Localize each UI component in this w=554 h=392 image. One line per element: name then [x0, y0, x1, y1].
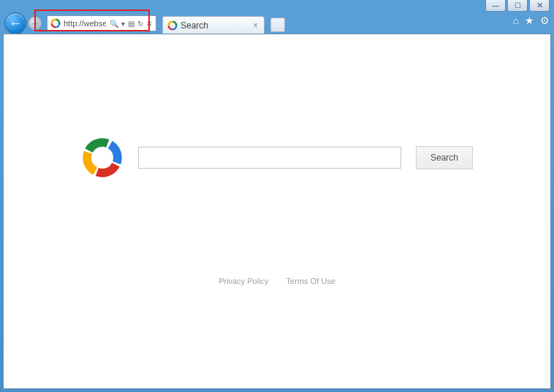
compat-view-icon[interactable]: ▤	[127, 20, 135, 28]
address-bar[interactable]: 🔍 ▾ ▤ ↻ ✕	[47, 15, 156, 31]
search-button[interactable]: Search	[416, 146, 473, 169]
favorites-icon[interactable]: ★	[525, 15, 534, 26]
nav-forward-button[interactable]: →	[28, 16, 42, 31]
search-input[interactable]	[138, 147, 401, 169]
terms-of-use-link[interactable]: Terms Of Use	[287, 277, 335, 285]
browser-tab[interactable]: Search ×	[162, 16, 265, 34]
address-favicon-icon	[50, 18, 61, 28]
search-logo-icon	[81, 137, 124, 179]
refresh-icon[interactable]: ↻	[137, 20, 144, 28]
home-icon[interactable]: ⌂	[513, 15, 519, 26]
tab-favicon-icon	[167, 20, 178, 31]
url-input[interactable]	[62, 17, 107, 30]
tools-icon[interactable]: ⚙	[540, 15, 550, 26]
tab-label: Search	[181, 20, 251, 31]
browser-toolbar: ← → 🔍 ▾ ▤ ↻ ✕ Sea	[0, 13, 554, 34]
address-dropdown-icon[interactable]: ▾	[121, 20, 126, 28]
nav-back-button[interactable]: ←	[4, 12, 26, 34]
tab-close-icon[interactable]: ×	[251, 20, 259, 31]
window-maximize-button[interactable]: ☐	[507, 0, 528, 12]
address-search-icon[interactable]: 🔍	[109, 20, 119, 28]
new-tab-button[interactable]	[270, 18, 285, 32]
stop-icon[interactable]: ✕	[145, 20, 153, 28]
window-close-button[interactable]: ✕	[529, 0, 550, 12]
page-content: Search Privacy Policy Terms Of Use	[3, 34, 551, 389]
window-minimize-button[interactable]: —	[485, 0, 506, 12]
privacy-policy-link[interactable]: Privacy Policy	[219, 277, 268, 285]
